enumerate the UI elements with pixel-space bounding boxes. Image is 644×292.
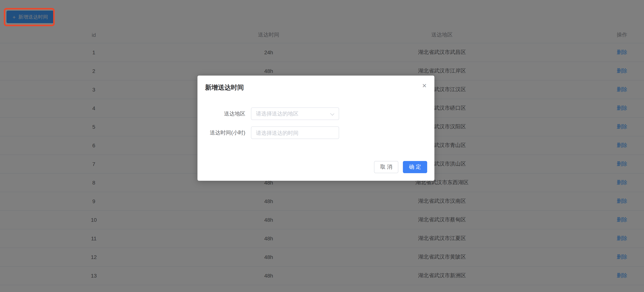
modal-form: 送达地区 请选择送达的地区 送达时间(小时) xyxy=(198,108,434,139)
region-field-label: 送达地区 xyxy=(198,110,245,117)
confirm-button[interactable]: 确 定 xyxy=(403,161,427,173)
region-form-row: 送达地区 请选择送达的地区 xyxy=(198,108,434,120)
modal-title: 新增送达时间 xyxy=(198,76,434,92)
add-delivery-time-modal: 新增送达时间 ✕ 送达地区 请选择送达的地区 送达时间(小时) 取 消 确 定 xyxy=(198,76,434,181)
close-icon[interactable]: ✕ xyxy=(422,83,427,88)
cancel-button[interactable]: 取 消 xyxy=(374,161,398,173)
region-select-placeholder: 请选择送达的地区 xyxy=(256,110,298,117)
time-field-label: 送达时间(小时) xyxy=(198,129,245,136)
time-form-row: 送达时间(小时) xyxy=(198,126,434,139)
time-input-wrapper xyxy=(251,126,339,139)
screen: + 新增送达时间 id 送达时间 送达地区 操作 124h湖北省武汉市武昌区删除… xyxy=(0,0,644,292)
chevron-down-icon xyxy=(330,112,334,116)
modal-footer: 取 消 确 定 xyxy=(198,161,434,173)
region-select[interactable]: 请选择送达的地区 xyxy=(251,108,339,120)
time-input[interactable] xyxy=(251,127,339,138)
